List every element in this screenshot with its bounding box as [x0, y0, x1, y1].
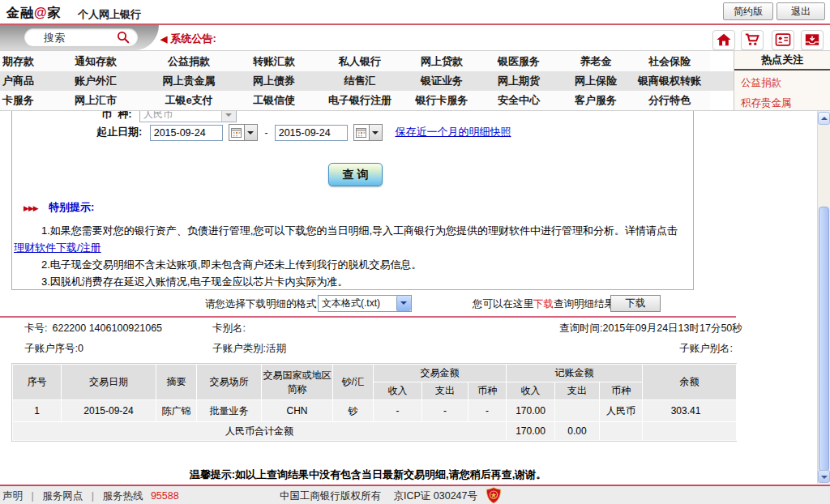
- main-navigation: 期存款 通知存款 公益捐款 转账汇款 私人银行 网上贷款 银医服务 养老金 社会…: [0, 50, 830, 111]
- nav-item[interactable]: 通知存款: [50, 54, 141, 69]
- nav-item[interactable]: 网上汇市: [50, 93, 141, 108]
- nav-item[interactable]: 网上保险: [563, 74, 629, 88]
- pink-divider-line: [0, 316, 736, 318]
- footer-hotline-label: 服务热线: [102, 490, 143, 502]
- nav-item[interactable]: 社会保险: [629, 54, 710, 69]
- cart-icon[interactable]: [741, 30, 764, 50]
- col-group-transaction-amount: 交易金额: [374, 365, 507, 382]
- nav-item[interactable]: 网上贵金属: [141, 74, 237, 88]
- col-header-txn-currency: 币种: [468, 382, 507, 400]
- query-time-field: 查询时间:2015年09月24日13时17分50秒: [559, 322, 742, 335]
- query-button[interactable]: 查 询: [328, 163, 383, 186]
- scroll-up-button[interactable]: [818, 112, 830, 125]
- sub-account-seq-value: 0: [78, 343, 83, 354]
- nav-item[interactable]: 公益捐款: [141, 54, 237, 69]
- brand-text-2: 家: [48, 6, 62, 19]
- nav-item[interactable]: 网上期货: [475, 74, 563, 88]
- download-format-value: 文本格式(.txt): [319, 297, 396, 310]
- nav-item[interactable]: 银商银权转账: [629, 74, 710, 88]
- col-header-txn-income: 收入: [374, 382, 422, 400]
- nav-item[interactable]: 结售汇: [311, 74, 409, 88]
- nav-item[interactable]: 期存款: [0, 54, 50, 69]
- date-separator: -: [264, 127, 267, 139]
- system-announcement: ◀系统公告:: [160, 32, 216, 46]
- footer-separator: |: [31, 490, 33, 502]
- nav-row-3: 卡服务 网上汇市 工银e支付 工银信使 电子银行注册 银行卡服务 安全中心 客户…: [0, 91, 710, 110]
- hot-link-gold[interactable]: 积存贵金属: [734, 91, 830, 111]
- cell-cash: 钞: [333, 400, 374, 422]
- sub-account-type-field: 子账户类别:活期: [212, 342, 286, 356]
- nav-item[interactable]: 养老金: [563, 54, 629, 69]
- search-icon[interactable]: [117, 31, 130, 44]
- nav-item[interactable]: 网上债券: [237, 74, 311, 88]
- special-notes-title-row: ▶▶▶ 特别提示:: [12, 200, 690, 215]
- logout-button[interactable]: 退出: [777, 2, 825, 20]
- calendar-to-button[interactable]: [353, 124, 383, 141]
- nav-item[interactable]: 安全中心: [475, 93, 563, 108]
- footer-link-statement[interactable]: 声明: [2, 490, 23, 502]
- special-notes: ▶▶▶ 特别提示: 1.如果您需要对您的银行资产、负债进行管理,您可以下载您的当…: [12, 200, 690, 290]
- nav-item[interactable]: 银行卡服务: [409, 93, 475, 108]
- note-item-1: 1.如果您需要对您的银行资产、负债进行管理,您可以下载您的当日明细,导入工商银行…: [12, 222, 690, 256]
- query-time-value: 2015年09月24日13时17分50秒: [602, 322, 742, 334]
- col-header-book-currency: 币种: [600, 382, 643, 400]
- vertical-scrollbar[interactable]: [817, 111, 830, 484]
- nav-item[interactable]: 网上贷款: [409, 54, 475, 69]
- date-to-input[interactable]: [275, 125, 348, 141]
- simple-version-button[interactable]: 简约版: [723, 2, 773, 20]
- card-number-value: 622200 1406100921065: [52, 322, 162, 334]
- nav-item[interactable]: 卡服务: [0, 93, 50, 108]
- nav-item[interactable]: 银证业务: [409, 74, 475, 88]
- total-label: 人民币合计金额: [13, 422, 507, 441]
- col-header-book-income: 收入: [507, 382, 555, 400]
- cell-place: 批量业务: [197, 400, 262, 422]
- scrollbar-thumb[interactable]: [819, 207, 829, 472]
- total-book-expense: 0.00: [555, 422, 600, 441]
- nav-item[interactable]: 转账汇款: [237, 54, 311, 69]
- query-time-label: 查询时间:: [559, 322, 602, 334]
- search-box[interactable]: [24, 28, 138, 46]
- search-input[interactable]: [42, 30, 117, 45]
- footer: 声明 | 服务网点 | 服务热线 95588 中国工商银行版权所有 京ICP证 …: [0, 485, 830, 504]
- col-header-balance: 余额: [643, 365, 737, 400]
- special-notes-label: 特别提示:: [49, 201, 94, 213]
- download-row: 请您选择下载明细的格式 文本格式(.txt) 您可以在这里下载查询明细结果 下载: [0, 295, 817, 313]
- scroll-down-button[interactable]: [818, 470, 830, 483]
- hot-link-charity[interactable]: 公益捐款: [734, 70, 830, 91]
- page-title: 个人网上银行: [78, 7, 141, 22]
- sub-account-alias-label: 子账户别名:: [679, 343, 733, 354]
- footer-link-branches[interactable]: 服务网点: [42, 490, 83, 502]
- cell-txn-income: -: [374, 400, 422, 422]
- inbox-download-icon[interactable]: [801, 30, 824, 50]
- warm-notice: 温馨提示:如以上查询结果中没有包含当日最新交易明细,请您稍后再查,谢谢。: [0, 468, 736, 482]
- footer-links: 声明 | 服务网点 | 服务热线 95588: [2, 489, 179, 503]
- copyright-text: 中国工商银行版权所有: [280, 490, 381, 502]
- finance-software-link[interactable]: 理财软件下载/注册: [14, 241, 101, 254]
- save-snapshot-link[interactable]: 保存近一个月的明细快照: [395, 126, 511, 138]
- announcement-marker-icon: ◀: [160, 34, 167, 44]
- date-range-row: 起止日期: - 保存近一个月的明细快照: [96, 124, 511, 141]
- cell-date: 2015-09-24: [62, 400, 156, 422]
- nav-item[interactable]: 分行特色: [629, 93, 710, 108]
- date-from-input[interactable]: [150, 125, 223, 141]
- cell-summary: 陈广锦: [156, 400, 197, 422]
- calendar-from-button[interactable]: [229, 124, 258, 141]
- query-form-box: 币 种: 人民币 起止日期: -: [11, 111, 694, 290]
- currency-select[interactable]: 人民币: [139, 111, 237, 122]
- contacts-icon[interactable]: [772, 30, 794, 50]
- nav-item[interactable]: 账户外汇: [50, 74, 141, 88]
- col-group-booked-amount: 记账金额: [507, 365, 643, 382]
- nav-item[interactable]: 客户服务: [563, 93, 629, 108]
- nav-item[interactable]: 户商品: [0, 74, 50, 88]
- home-icon[interactable]: [712, 30, 735, 50]
- nav-item[interactable]: 银医服务: [475, 54, 563, 69]
- note-item-3: 3.因脱机消费存在延迟入账情况,电子现金应以芯片卡内实际为准。: [12, 273, 690, 290]
- icp-license: 京ICP证 030247号: [393, 490, 477, 502]
- nav-item[interactable]: 私人银行: [311, 54, 409, 69]
- download-format-select[interactable]: 文本格式(.txt): [318, 295, 412, 312]
- nav-item[interactable]: 工银信使: [237, 93, 311, 108]
- nav-item[interactable]: 工银e支付: [141, 93, 237, 108]
- nav-item[interactable]: 电子银行注册: [311, 93, 409, 108]
- brand-text: 金融: [6, 6, 34, 19]
- download-button[interactable]: 下载: [610, 295, 661, 312]
